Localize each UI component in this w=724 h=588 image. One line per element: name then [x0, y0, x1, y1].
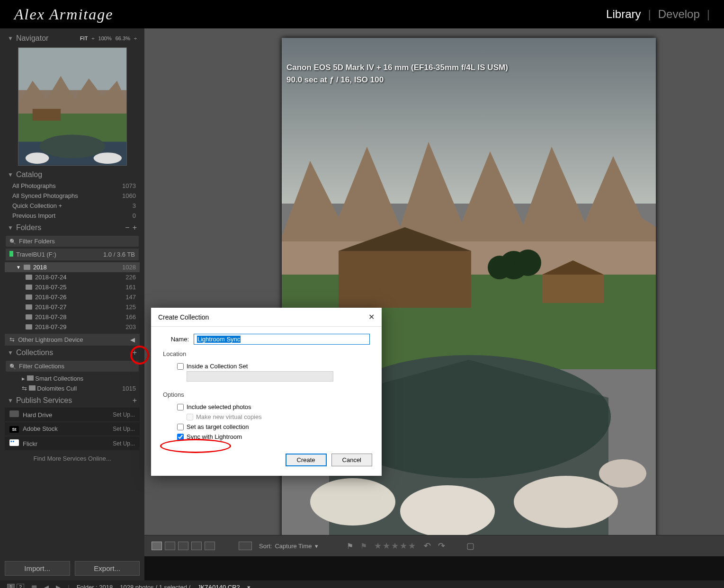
flag-reject-icon[interactable]: ⚑: [360, 542, 367, 551]
folder-row[interactable]: 2018-07-28166: [5, 312, 140, 322]
inside-set-checkbox[interactable]: [177, 363, 184, 370]
module-divider: |: [707, 8, 710, 21]
catalog-header[interactable]: ▼Catalog: [5, 169, 140, 181]
collections-filter-input[interactable]: Filter Collections: [6, 361, 139, 372]
virtual-copies-checkbox: [187, 414, 193, 420]
folder-filter-input[interactable]: Filter Folders: [6, 236, 139, 247]
collections-header[interactable]: ▼Collections +: [5, 347, 140, 359]
filename[interactable]: JK7A0140.CR2: [197, 584, 240, 588]
rotate-ccw-icon[interactable]: ↶: [424, 541, 431, 551]
folder-row[interactable]: 2018-07-29203: [5, 322, 140, 332]
navigator-title: Navigator: [16, 34, 48, 43]
folder-icon: [26, 304, 32, 310]
zoom-custom-button[interactable]: 66.3%: [116, 36, 130, 41]
find-more-link[interactable]: Find More Services Online...: [5, 452, 140, 465]
collection-item[interactable]: ⇆ Dolomites Cull1015: [5, 383, 140, 393]
sort-control[interactable]: Sort: Capture Time ▾: [259, 543, 318, 550]
close-icon[interactable]: ✕: [368, 312, 375, 321]
collection-set-select[interactable]: [187, 371, 333, 382]
zoom-100-button[interactable]: 100%: [98, 36, 112, 41]
loupe-view-icon[interactable]: [165, 542, 175, 550]
screen-1[interactable]: 1: [7, 584, 15, 588]
folder-row[interactable]: 2018-07-26147: [5, 292, 140, 302]
screen-switcher[interactable]: 1 2: [7, 584, 24, 588]
svg-point-23: [599, 459, 646, 488]
folders-header[interactable]: ▼Folders −+: [5, 222, 140, 234]
create-button[interactable]: Create: [286, 454, 327, 466]
next-arrow-icon[interactable]: ▶: [56, 584, 61, 588]
publish-service[interactable]: Hard DriveSet Up...: [5, 408, 140, 421]
other-device-row[interactable]: ⇆ Other Lightroom Device◀: [5, 334, 140, 346]
grid-icon[interactable]: ▦: [31, 584, 37, 588]
sync-lightroom-checkbox[interactable]: [177, 434, 184, 440]
catalog-list: All Photographs1073 All Synced Photograp…: [5, 181, 140, 221]
workspace: ▼Navigator FIT÷ 100% 66.3%÷: [0, 28, 724, 556]
folder-row[interactable]: 2018-07-24226: [5, 272, 140, 282]
rotate-cw-icon[interactable]: ↷: [438, 541, 445, 551]
fit-button[interactable]: FIT: [80, 36, 88, 41]
breadcrumb-folder[interactable]: Folder : 2018: [77, 584, 113, 588]
navigator-zoom-controls[interactable]: FIT÷ 100% 66.3%÷: [80, 36, 137, 41]
collection-item[interactable]: ▸ Smart Collections: [5, 374, 140, 383]
module-library[interactable]: Library: [599, 8, 648, 21]
svg-point-20: [310, 478, 395, 526]
left-panel: ▼Navigator FIT÷ 100% 66.3%÷: [0, 28, 144, 556]
catalog-item[interactable]: All Synced Photographs1060: [5, 191, 140, 201]
svg-point-6: [93, 152, 121, 164]
catalog-item[interactable]: All Photographs1073: [5, 181, 140, 191]
plus-icon[interactable]: +: [133, 396, 137, 405]
setup-link[interactable]: Set Up...: [113, 440, 135, 447]
setup-link[interactable]: Set Up...: [113, 426, 135, 432]
collections-panel: ▼Collections + Filter Collections ▸ Smar…: [5, 347, 140, 393]
volume-status-icon: [9, 251, 13, 257]
people-view-icon[interactable]: [205, 542, 215, 550]
painter-icon[interactable]: [239, 542, 252, 550]
name-label: Name:: [163, 336, 189, 343]
folder-row[interactable]: 2018-07-25161: [5, 282, 140, 292]
setup-link[interactable]: Set Up...: [113, 411, 135, 418]
prev-arrow-icon[interactable]: ◀: [44, 584, 49, 588]
survey-view-icon[interactable]: [191, 542, 202, 550]
folder-row-root[interactable]: ▼2018 1028: [5, 262, 140, 272]
add-collection-button[interactable]: +: [133, 348, 137, 357]
publish-header[interactable]: ▼Publish Services +: [5, 394, 140, 407]
import-button[interactable]: Import...: [5, 561, 70, 576]
catalog-item[interactable]: Quick Collection +3: [5, 201, 140, 211]
include-photos-checkbox[interactable]: [177, 404, 184, 410]
volume-usage: 1.0 / 3.6 TB: [103, 251, 135, 258]
minus-icon[interactable]: −: [125, 223, 129, 232]
flag-pick-icon[interactable]: ⚑: [347, 542, 353, 551]
target-collection-checkbox[interactable]: [177, 424, 184, 430]
chevron-down-icon: ▼: [16, 265, 21, 270]
exposure-info: 90.0 sec at ƒ / 16, ISO 100: [286, 74, 508, 86]
publish-service[interactable]: FlickrSet Up...: [5, 437, 140, 450]
publish-service[interactable]: StAdobe StockSet Up...: [5, 422, 140, 436]
photo-count: 1028 photos / 1 selected /: [120, 584, 190, 588]
folder-row[interactable]: 2018-07-27125: [5, 302, 140, 312]
chevron-down-icon: ▾: [247, 584, 250, 588]
plus-icon[interactable]: +: [133, 223, 137, 232]
folder-icon: [24, 265, 30, 270]
svg-rect-11: [339, 251, 471, 308]
statusbar: 1 2 ▦ ◀ ▶ | Folder : 2018 1028 photos / …: [0, 580, 724, 588]
cancel-button[interactable]: Cancel: [331, 454, 372, 466]
slideshow-icon[interactable]: ▢: [466, 541, 474, 551]
create-collection-dialog: Create Collection ✕ Name: Lightroom Sync…: [151, 308, 382, 476]
grid-view-icon[interactable]: [152, 542, 162, 550]
chevron-down-icon: ▼: [8, 171, 13, 178]
metadata-overlay: Canon EOS 5D Mark IV + 16 mm (EF16-35mm …: [286, 62, 508, 86]
export-button[interactable]: Export...: [75, 561, 140, 576]
collection-name-input[interactable]: Lightroom Sync: [194, 334, 370, 345]
volume-row[interactable]: TravelBU1 (F:) 1.0 / 3.6 TB: [6, 249, 139, 260]
catalog-item[interactable]: Previous Import0: [5, 211, 140, 221]
search-icon: [9, 363, 16, 370]
screen-2[interactable]: 2: [17, 584, 24, 588]
svg-point-4: [39, 134, 105, 158]
navigator-header[interactable]: ▼Navigator FIT÷ 100% 66.3%÷: [5, 32, 140, 45]
rating-stars[interactable]: ★★★★★: [374, 541, 417, 551]
compare-view-icon[interactable]: [178, 542, 188, 550]
divider: ÷: [134, 36, 137, 41]
navigator-preview[interactable]: [18, 47, 127, 166]
sort-value[interactable]: Capture Time: [275, 543, 312, 550]
module-develop[interactable]: Develop: [651, 8, 707, 21]
